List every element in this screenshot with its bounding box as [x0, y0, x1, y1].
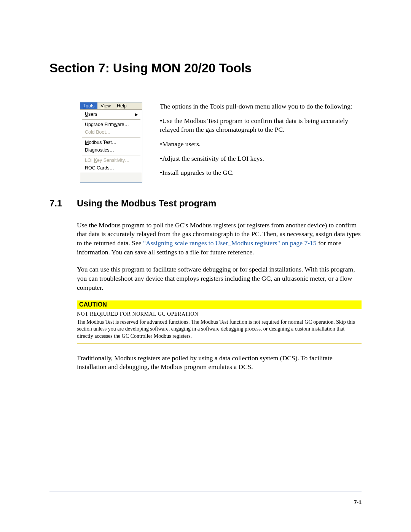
menu-item-users[interactable]: Users ▶	[81, 110, 141, 118]
submenu-arrow-icon: ▶	[135, 112, 138, 117]
bullet-loi: •Adjust the sensitivity of the LOI keys.	[160, 154, 362, 163]
tools-menu-screenshot: Tools View Help Users ▶ Upgrade Firmware…	[80, 102, 142, 183]
intro-block: Tools View Help Users ▶ Upgrade Firmware…	[80, 102, 362, 183]
menu-item-loi-key-sensitivity: LOI Key Sensitivity…	[81, 157, 141, 164]
body-paragraph-1: Use the Modbus program to poll the GC's …	[77, 221, 362, 257]
bullet-modbus: •Use the Modbus Test program to confirm …	[160, 117, 362, 134]
menu-item-upgrade-firmware[interactable]: Upgrade Firmware…	[81, 121, 141, 128]
intro-text: The options in the Tools pull-down menu …	[160, 102, 362, 183]
subsection-heading: 7.1 Using the Modbus Test program	[49, 198, 362, 209]
menu-bar: Tools View Help	[80, 102, 142, 110]
menu-item-modbus-test[interactable]: Modbus Test…	[81, 139, 141, 146]
caution-header: CAUTION	[77, 300, 362, 309]
section-title: Section 7: Using MON 20/20 Tools	[49, 61, 362, 75]
subsection-number: 7.1	[49, 198, 68, 209]
menu-separator	[82, 119, 140, 120]
intro-paragraph: The options in the Tools pull-down menu …	[160, 102, 362, 111]
menu-separator	[82, 137, 140, 137]
cross-reference-link[interactable]: "Assigning scale ranges to User_Modbus r…	[143, 239, 317, 247]
menu-dropdown: Users ▶ Upgrade Firmware… Cold Boot… Mod…	[80, 110, 142, 173]
menubar-view[interactable]: View	[97, 102, 114, 109]
menu-item-cold-boot: Cold Boot…	[81, 128, 141, 136]
caution-box: CAUTION NOT REQIURED FOR NORMAL GC OPERA…	[77, 300, 362, 344]
page-number: 7-1	[354, 499, 362, 505]
bullet-users: •Manage users.	[160, 140, 362, 149]
menu-item-roc-cards[interactable]: ROC Cards…	[81, 164, 141, 172]
caution-body: The Modbus Test is reserved for advanced…	[77, 319, 362, 344]
body-paragraph-3: Traditionally, Modbus registers are poll…	[77, 354, 362, 372]
footer-rule	[49, 492, 362, 492]
subsection-title: Using the Modbus Test program	[77, 198, 216, 209]
bullet-upgrades: •Install upgrades to the GC.	[160, 168, 362, 177]
menubar-tools[interactable]: Tools	[80, 102, 97, 109]
menu-separator	[82, 155, 140, 155]
menu-item-diagnostics[interactable]: Diagnostics…	[81, 146, 141, 154]
caution-subhead: NOT REQIURED FOR NORMAL GC OPERATION	[77, 311, 362, 317]
body-paragraph-2: You can use this program to facilitate s…	[77, 265, 362, 292]
menubar-help[interactable]: Help	[114, 102, 130, 109]
